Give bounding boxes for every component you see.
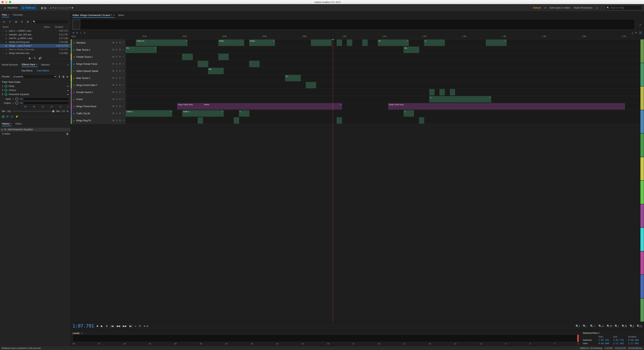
chevron-right-icon[interactable]: ▸: [68, 93, 69, 96]
track-header[interactable]: ⫼ Traffic City 08 M S R I: [72, 110, 126, 117]
zoom-full-icon[interactable]: 🔍◻: [637, 324, 642, 328]
record-arm-button[interactable]: R: [119, 119, 121, 122]
import-icon[interactable]: ⬇: [20, 20, 24, 24]
workspace-default[interactable]: Default: [533, 6, 540, 9]
chevron-down-icon[interactable]: ▾: [490, 96, 490, 98]
track-lane[interactable]: M...: [126, 74, 640, 82]
fx-power-icon[interactable]: [5, 89, 7, 92]
audio-clip[interactable]: [337, 118, 342, 124]
go-start-button[interactable]: |◀: [111, 324, 114, 328]
close-window-button[interactable]: [2, 1, 4, 3]
input-monitor-button[interactable]: I: [122, 70, 125, 72]
sends-icon[interactable]: ⊥: [80, 32, 82, 34]
preview-play-icon[interactable]: ▶: [29, 56, 31, 60]
solo-button[interactable]: S: [115, 77, 118, 80]
time-ruler[interactable]: hms 0:100:200:300:400:501:001:101:201:30…: [125, 35, 644, 39]
loop-play-button[interactable]: ↻: [139, 324, 141, 328]
zoom-in-v-icon[interactable]: 🔍↕: [614, 324, 619, 328]
file-row[interactable]: ⫼lullaby humming.wav0:19.250: [0, 40, 70, 44]
trash-icon[interactable]: 🗑: [66, 132, 69, 135]
input-monitor-button[interactable]: I: [122, 91, 125, 94]
workspace-edit-audio[interactable]: Edit Audio to Video: [550, 6, 570, 9]
fx-list-icon[interactable]: ☰: [6, 115, 9, 118]
audio-clip[interactable]: K...: [424, 40, 445, 46]
audio-clip[interactable]: [440, 89, 445, 95]
mute-button[interactable]: M: [112, 70, 114, 72]
solo-button[interactable]: S: [115, 84, 118, 86]
panel-menu-icon[interactable]: ≡: [113, 14, 115, 16]
panel-menu-icon[interactable]: ≡: [8, 14, 9, 16]
mute-button[interactable]: M: [112, 105, 114, 108]
record-arm-button[interactable]: R: [119, 77, 121, 80]
record-arm-button[interactable]: R: [119, 84, 121, 86]
audio-clip[interactable]: [347, 40, 352, 46]
history-tab[interactable]: History≡: [2, 122, 12, 126]
file-row[interactable]: ›⫼Mass In Rome_Pops.wav0:01.374: [0, 48, 70, 51]
preset-select[interactable]: (Custom): [12, 74, 57, 79]
razor-tool-icon[interactable]: ✎: [52, 6, 55, 9]
metronome-icon[interactable]: △: [632, 32, 634, 34]
play-button[interactable]: ▶: [101, 324, 103, 328]
open-file-icon[interactable]: 🗁: [2, 20, 6, 24]
audio-clip[interactable]: [306, 82, 316, 88]
new-file-icon[interactable]: 🗋: [8, 20, 12, 24]
track-header[interactable]: ⫼ Male Tourist 1 M S R I: [72, 46, 126, 53]
favorite-preset-icon[interactable]: ★: [66, 75, 69, 78]
chevron-down-icon[interactable]: ▾: [407, 40, 408, 42]
record-arm-button[interactable]: R: [119, 105, 121, 108]
preview-autoplay-icon[interactable]: 🔊: [38, 56, 42, 60]
mute-button[interactable]: M: [112, 56, 114, 58]
selview-value[interactable]: 2:17.403: [628, 342, 642, 345]
solo-button[interactable]: S: [115, 42, 118, 44]
expand-icon[interactable]: ›: [2, 48, 5, 51]
delete-preset-icon[interactable]: 🗑: [62, 75, 65, 78]
selview-value[interactable]: 2:17.403: [613, 342, 628, 345]
solo-button[interactable]: S: [115, 48, 118, 51]
audio-clip[interactable]: Traffic C...▾: [126, 110, 172, 116]
zoom-in-icon[interactable]: 🔍+: [576, 324, 580, 328]
zoom-nav-icon[interactable]: ⤢: [636, 23, 644, 26]
audio-clip[interactable]: [311, 40, 332, 46]
audio-clip[interactable]: C...▾: [429, 96, 491, 102]
fx-add-icon[interactable]: +↕: [10, 115, 14, 118]
chevron-right-icon[interactable]: ▸: [68, 85, 69, 88]
track-lane[interactable]: ...: [126, 60, 640, 67]
audio-clip[interactable]: Ma...▾: [126, 47, 157, 53]
help-search-input[interactable]: [610, 6, 640, 9]
track-lane[interactable]: Klingo Theme SongVolume▾Klingo Theme Son…: [126, 103, 640, 110]
output-knob[interactable]: [15, 102, 18, 104]
expand-icon[interactable]: ›: [2, 33, 5, 36]
input-monitor-button[interactable]: I: [122, 98, 125, 101]
chevron-down-icon[interactable]: ▾: [273, 40, 274, 42]
video-tab[interactable]: Video: [15, 122, 22, 126]
record-arm-button[interactable]: R: [119, 42, 121, 44]
chevron-down-icon[interactable]: ▾: [155, 47, 156, 49]
track-header[interactable]: ⫼ Klingo Theme Music M S R I: [72, 103, 126, 110]
skip-selection-button[interactable]: ⇤⇥: [144, 324, 148, 328]
audio-clip[interactable]: ME...: [208, 68, 224, 74]
markers-tab[interactable]: Markers: [41, 62, 50, 67]
editor-tab[interactable]: Editor: Klingo Commercial 2.9.sesx * ≡: [72, 13, 114, 18]
file-row[interactable]: ⫼Cell Ph...g 48000 1.wav0:17.136: [0, 36, 70, 40]
selview-value[interactable]: 0:00.000: [628, 339, 642, 342]
input-monitor-button[interactable]: I: [122, 77, 125, 80]
record-button[interactable]: ●: [135, 324, 136, 328]
audio-clip[interactable]: T...: [404, 110, 414, 116]
move-tool-icon[interactable]: ▸: [50, 6, 52, 9]
input-monitor-button[interactable]: I: [122, 105, 125, 108]
record-arm-button[interactable]: R: [119, 70, 121, 72]
audio-clip[interactable]: [234, 118, 239, 124]
stop-button[interactable]: ■: [97, 324, 98, 328]
audio-clip[interactable]: T...: [239, 110, 249, 116]
pause-button[interactable]: ⏸: [106, 324, 108, 328]
track-lane[interactable]: [126, 117, 640, 124]
effects-rack-tab[interactable]: Effects Rack≡: [22, 62, 38, 67]
playhead[interactable]: [333, 39, 333, 322]
snap-icon[interactable]: ∩: [639, 31, 642, 34]
input-monitor-button[interactable]: I: [122, 84, 125, 86]
track-header[interactable]: ⫼ Female Tourist 2 M S R I: [72, 89, 126, 96]
fx-power-icon[interactable]: [5, 93, 7, 96]
fx-slot[interactable]: 3Parametric Equalizer▸: [0, 92, 70, 96]
time-selection-tool-icon[interactable]: I: [60, 6, 61, 9]
track-header[interactable]: ⫼ Native Spanish Speak M S R I: [72, 68, 126, 74]
